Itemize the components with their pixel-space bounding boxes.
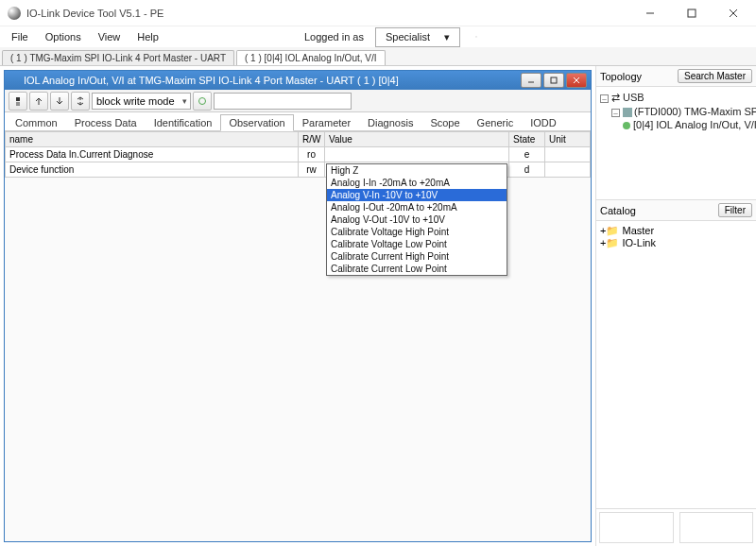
expand-icon[interactable]: + — [600, 225, 606, 236]
tab-common[interactable]: Common — [7, 114, 66, 130]
cell-value[interactable] — [325, 147, 509, 162]
expand-icon[interactable]: + — [600, 237, 606, 248]
mdi-area: IOL Analog In/Out, V/I at TMG-Maxim SPI … — [0, 66, 595, 546]
menu-view[interactable]: View — [93, 29, 127, 44]
topology-title: Topology — [600, 71, 642, 82]
search-master-button[interactable]: Search Master — [678, 69, 752, 83]
role-dropdown[interactable]: Specialist ▾ — [375, 27, 460, 47]
status-cell-2 — [679, 512, 754, 543]
catalog-item-iolink[interactable]: IO-Link — [623, 237, 656, 248]
cell-unit — [545, 147, 591, 162]
dropdown-option[interactable]: High Z — [327, 164, 507, 177]
dropdown-option[interactable]: Analog I-Out -20mA to +20mA — [327, 201, 507, 213]
catalog-panel-header: Catalog Filter — [596, 200, 756, 221]
tab-process-data[interactable]: Process Data — [66, 114, 146, 130]
tab-observation[interactable]: Observation — [220, 114, 293, 131]
table-row[interactable]: Process Data In.Current Diagnose ro e — [6, 147, 591, 162]
col-value-header[interactable]: Value — [325, 132, 509, 147]
window-title: IO-Link Device Tool V5.1 - PE — [26, 8, 163, 19]
window-maximize-button[interactable] — [671, 1, 713, 26]
tree-node-usb[interactable]: USB — [623, 92, 644, 103]
svg-point-4 — [476, 36, 477, 37]
observation-grid-wrap: name R/W Value State Unit Process Data I… — [5, 131, 591, 541]
menu-bar: File Options View Help Logged in as Spec… — [0, 26, 756, 47]
tab-identification[interactable]: Identification — [146, 114, 221, 130]
window-close-button[interactable] — [713, 1, 754, 26]
collapse-icon[interactable]: – — [600, 94, 609, 103]
tab-parameter[interactable]: Parameter — [294, 114, 359, 130]
col-name-header[interactable]: name — [6, 132, 299, 147]
svg-rect-9 — [16, 97, 20, 101]
svg-rect-1 — [688, 9, 696, 17]
tree-node-device[interactable]: [0|4] IOL Analog In/Out, V/I — [633, 119, 756, 130]
chevron-down-icon: ▾ — [438, 29, 455, 45]
cell-name: Device function — [6, 162, 299, 178]
mdi-app-icon — [9, 75, 20, 86]
upload-button[interactable] — [29, 92, 48, 111]
topology-tree[interactable]: –⇄ USB –(FTDI000) TMG-Maxim SPI IO-Link … — [596, 87, 756, 200]
topology-panel-header: Topology Search Master — [596, 66, 756, 87]
tab-scope[interactable]: Scope — [421, 114, 468, 130]
login-box: Logged in as Specialist ▾ — [293, 26, 489, 49]
cell-rw: rw — [299, 162, 325, 178]
child-toolbar: block write mode — [5, 90, 591, 112]
user-settings-icon[interactable] — [470, 30, 483, 43]
menu-help[interactable]: Help — [131, 29, 164, 44]
login-label: Logged in as — [299, 29, 369, 44]
window-minimize-button[interactable] — [629, 1, 671, 26]
cell-rw: ro — [299, 147, 325, 162]
menu-file[interactable]: File — [6, 29, 34, 44]
catalog-tree[interactable]: +📁 Master +📁 IO-Link — [596, 221, 756, 508]
collapse-icon[interactable]: – — [611, 109, 620, 117]
child-tabstrip: Common Process Data Identification Obser… — [5, 112, 591, 131]
tree-node-master[interactable]: (FTDI000) TMG-Maxim SPI IO-Link 4 — [634, 106, 756, 117]
col-rw-header[interactable]: R/W — [299, 132, 325, 147]
mdi-minimize-button[interactable] — [521, 73, 541, 88]
doc-tab-master[interactable]: ( 1 ) TMG-Maxim SPI IO-Link 4 Port Maste… — [2, 50, 234, 65]
tab-diagnosis[interactable]: Diagnosis — [359, 114, 421, 130]
grid-header-row: name R/W Value State Unit — [6, 132, 591, 147]
write-mode-value: block write mode — [96, 95, 175, 107]
dropdown-option[interactable]: Analog I-In -20mA to +20mA — [327, 177, 507, 189]
download-button[interactable] — [50, 92, 69, 111]
doc-tab-device[interactable]: ( 1 ) [0|4] IOL Analog In/Out, V/I — [236, 50, 386, 65]
col-state-header[interactable]: State — [509, 132, 545, 147]
tab-iodd[interactable]: IODD — [522, 114, 565, 130]
dropdown-option[interactable]: Analog V-Out -10V to +10V — [327, 213, 507, 226]
search-input[interactable] — [214, 93, 352, 110]
cell-unit — [545, 162, 591, 178]
document-tabstrip: ( 1 ) TMG-Maxim SPI IO-Link 4 Port Maste… — [0, 47, 756, 66]
app-icon — [8, 7, 21, 20]
mdi-child-window: IOL Analog In/Out, V/I at TMG-Maxim SPI … — [4, 70, 592, 542]
status-bar — [596, 508, 756, 546]
mdi-title-text: IOL Analog In/Out, V/I at TMG-Maxim SPI … — [24, 75, 519, 86]
mdi-close-button[interactable] — [566, 73, 587, 88]
svg-point-12 — [198, 97, 205, 104]
usb-icon: ⇄ — [611, 92, 620, 103]
catalog-item-master[interactable]: Master — [623, 225, 655, 236]
mdi-titlebar[interactable]: IOL Analog In/Out, V/I at TMG-Maxim SPI … — [5, 71, 591, 90]
menu-options[interactable]: Options — [40, 29, 87, 44]
write-mode-combo[interactable]: block write mode — [92, 93, 191, 110]
dropdown-option[interactable]: Calibrate Voltage Low Point — [327, 238, 507, 250]
chip-icon — [623, 108, 632, 117]
dropdown-option[interactable]: Calibrate Current High Point — [327, 250, 507, 263]
apply-button[interactable] — [193, 92, 212, 111]
value-dropdown-list[interactable]: High ZAnalog I-In -20mA to +20mAAnalog V… — [326, 163, 507, 276]
dropdown-option[interactable]: Calibrate Current Low Point — [327, 263, 507, 275]
col-unit-header[interactable]: Unit — [545, 132, 591, 147]
sync-button[interactable] — [71, 92, 90, 111]
window-titlebar: IO-Link Device Tool V5.1 - PE — [0, 0, 756, 26]
tree-h-scrollbar[interactable] — [600, 131, 752, 143]
mdi-maximize-button[interactable] — [543, 73, 564, 88]
connect-button[interactable] — [9, 92, 27, 111]
main-layout: IOL Analog In/Out, V/I at TMG-Maxim SPI … — [0, 66, 756, 546]
status-cell-1 — [599, 512, 674, 543]
svg-rect-6 — [551, 77, 557, 83]
filter-button[interactable]: Filter — [718, 203, 752, 217]
role-value: Specialist — [380, 29, 436, 44]
catalog-title: Catalog — [600, 205, 636, 216]
dropdown-option[interactable]: Calibrate Voltage High Point — [327, 226, 507, 238]
tab-generic[interactable]: Generic — [469, 114, 523, 130]
dropdown-option[interactable]: Analog V-In -10V to +10V — [327, 189, 507, 201]
